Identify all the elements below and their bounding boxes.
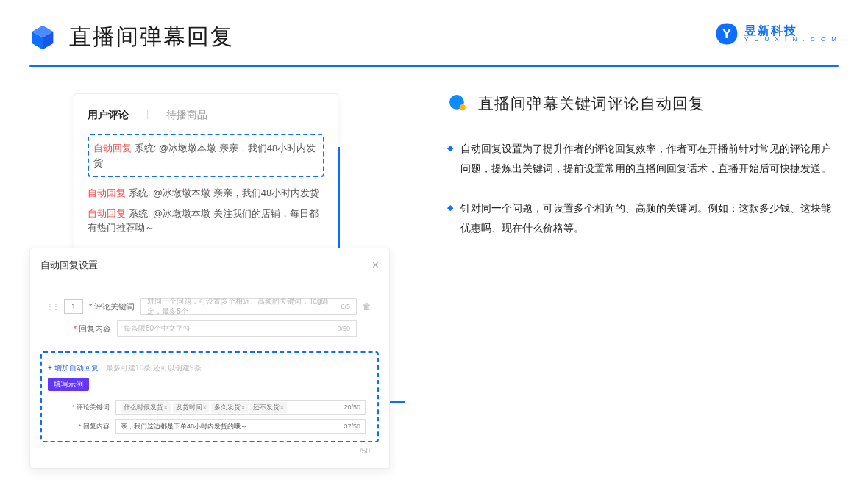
comment-text: 系统: @冰墩墩本墩 亲亲，我们48小时内发货 — [129, 187, 320, 198]
add-auto-reply-link[interactable]: + 增加自动回复 — [48, 364, 99, 372]
example-box: + 增加自动回复 最多可建10条 还可以创建9条 填写示例 * 评论关键词 什么… — [40, 351, 379, 442]
tab-pending-goods[interactable]: 待播商品 — [166, 109, 207, 122]
auto-reply-badge: 自动回复 — [93, 143, 132, 154]
ex-keyword-input[interactable]: 什么时候发货×发货时间×多久发货×还不发货× 20/50 — [115, 400, 366, 415]
brand-block: Y 昱新科技 Y U U X I N . C O M — [715, 22, 839, 46]
cube-logo-icon — [29, 24, 56, 51]
index-box: 1 — [64, 299, 83, 314]
keyword-tag[interactable]: 什么时候发货× — [121, 402, 171, 413]
section-title: 直播间弹幕关键词评论自动回复 — [478, 93, 705, 114]
ex-keyword-label: 评论关键词 — [77, 403, 110, 411]
close-icon[interactable]: × — [372, 259, 379, 272]
description-panel: 直播间弹幕关键词评论自动回复 自动回复设置为了提升作者的评论回复效率，作者可在开… — [412, 93, 839, 258]
auto-reply-badge: 自动回复 — [88, 208, 126, 219]
brand-name: 昱新科技 — [744, 24, 839, 37]
keyword-tag[interactable]: 多久发货× — [211, 402, 248, 413]
chat-blob-icon — [449, 94, 468, 113]
footer-counter: /50 — [40, 442, 379, 455]
add-note: 最多可建10条 还可以创建9条 — [106, 364, 201, 372]
content-label: 回复内容 — [79, 324, 111, 333]
svg-point-5 — [460, 104, 466, 110]
brand-logo-icon: Y — [715, 22, 739, 46]
tab-divider: | — [146, 109, 149, 122]
highlighted-comment: 自动回复 系统: @冰墩墩本墩 亲亲，我们48小时内发货 — [88, 134, 324, 177]
drag-handle-icon[interactable]: ⋮⋮ — [46, 303, 58, 311]
bullet-1: 自动回复设置为了提升作者的评论回复效率，作者可在开播前针对常见的评论用户问题，提… — [460, 139, 839, 178]
tab-user-comments[interactable]: 用户评论 — [88, 109, 129, 122]
ex-content-input[interactable]: 亲，我们这边都是下单48小时内发货的哦～ 37/50 — [115, 419, 366, 434]
auto-reply-badge: 自动回复 — [88, 187, 126, 198]
brand-domain: Y U U X I N . C O M — [744, 37, 839, 43]
settings-card: 自动回复设置 × ⋮⋮ 1 * 评论关键词 对同一个问题，可设置多个相近、高频的… — [29, 248, 390, 469]
svg-text:Y: Y — [722, 26, 732, 41]
content-input[interactable]: 每条限50个中文字符 0/50 — [117, 320, 357, 337]
keyword-label: 评论关键词 — [94, 302, 135, 311]
comments-card: 用户评论 | 待播商品 自动回复 系统: @冰墩墩本墩 亲亲，我们48小时内发货… — [74, 93, 338, 256]
keyword-tag[interactable]: 发货时间× — [173, 402, 210, 413]
settings-title: 自动回复设置 — [40, 259, 98, 272]
page-header: 直播间弹幕回复 Y 昱新科技 Y U U X I N . C O M — [0, 0, 868, 52]
keyword-input[interactable]: 对同一个问题，可设置多个相近、高频的关键词，Tag确定，最多5个 0/5 — [140, 298, 357, 315]
keyword-tag[interactable]: 还不发货× — [250, 402, 287, 413]
bullet-2: 针对同一个问题，可设置多个相近的、高频的关键词。例如：这款多少钱、这块能优惠吗、… — [460, 198, 839, 237]
ex-content-label: 回复内容 — [83, 423, 110, 430]
page-title: 直播间弹幕回复 — [69, 22, 234, 52]
example-button[interactable]: 填写示例 — [48, 378, 89, 391]
illustration-panel: 用户评论 | 待播商品 自动回复 系统: @冰墩墩本墩 亲亲，我们48小时内发货… — [29, 93, 412, 258]
delete-icon[interactable]: 🗑 — [363, 301, 373, 312]
